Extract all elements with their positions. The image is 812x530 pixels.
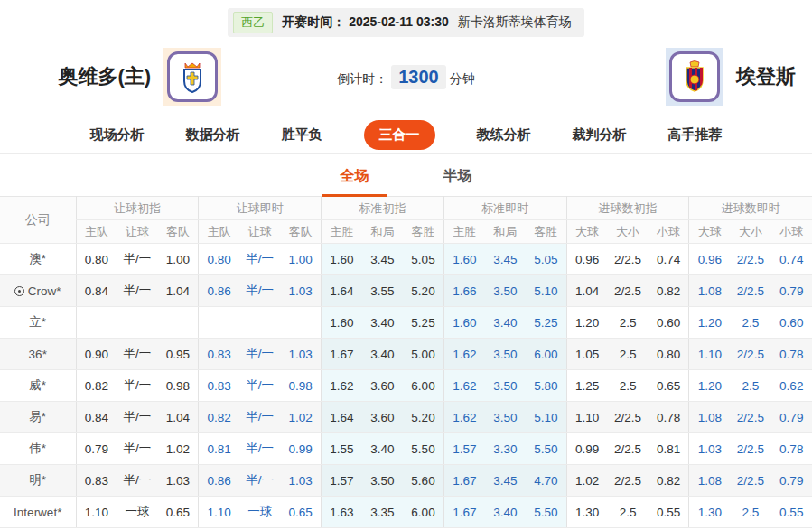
odds-cell: 1.10 bbox=[689, 339, 730, 370]
group-header-进球数即时: 进球数即时 bbox=[689, 197, 812, 220]
odds-cell: 0.98 bbox=[158, 370, 199, 402]
odds-cell: 半/一 bbox=[117, 465, 157, 497]
sub-header-进球数即时-大球: 大球 bbox=[689, 220, 730, 244]
odds-cell: 3.35 bbox=[362, 497, 403, 528]
odds-cell: 2/2.5 bbox=[730, 402, 770, 433]
odds-cell: 5.05 bbox=[403, 244, 443, 275]
odds-cell: 1.08 bbox=[689, 275, 730, 307]
odds-cell: 2/2.5 bbox=[607, 465, 648, 497]
odds-cell: 0.95 bbox=[158, 339, 199, 370]
odds-cell: 1.63 bbox=[322, 497, 362, 528]
odds-cell: 5.25 bbox=[403, 307, 443, 339]
away-team-name: 埃登斯 bbox=[736, 63, 796, 90]
tab-0-现场分析[interactable]: 现场分析 bbox=[90, 126, 145, 144]
odds-cell: 2.5 bbox=[730, 370, 770, 402]
odds-cell: 5.05 bbox=[526, 244, 566, 275]
odds-cell: 半/一 bbox=[117, 339, 157, 370]
odds-cell: 1.60 bbox=[443, 307, 484, 339]
odds-cell: 0.83 bbox=[199, 370, 239, 402]
odds-cell: 5.25 bbox=[526, 307, 566, 339]
odds-cell: 1.64 bbox=[322, 275, 362, 307]
odds-cell: 一球 bbox=[239, 497, 280, 528]
odds-cell: 0.74 bbox=[649, 244, 689, 275]
match-header: 奥维多(主) 倒计时：1300分钟 埃 bbox=[0, 37, 812, 116]
odds-cell: 5.10 bbox=[526, 275, 566, 307]
company-cell: 威* bbox=[0, 370, 76, 402]
odds-cell: 半/一 bbox=[239, 370, 280, 402]
odds-cell: 0.82 bbox=[649, 465, 689, 497]
odds-cell: 1.25 bbox=[566, 370, 607, 402]
odds-cell: 0.79 bbox=[771, 402, 812, 433]
subtab-半场[interactable]: 半场 bbox=[438, 158, 478, 193]
odds-cell bbox=[117, 307, 157, 339]
odds-cell: 1.02 bbox=[280, 402, 321, 433]
tab-5-裁判分析[interactable]: 裁判分析 bbox=[573, 126, 627, 144]
odds-cell: 2/2.5 bbox=[607, 275, 648, 307]
away-crest-icon bbox=[669, 51, 720, 102]
odds-cell: 0.80 bbox=[76, 244, 117, 275]
odds-cell: 半/一 bbox=[117, 370, 157, 402]
countdown-value: 1300 bbox=[391, 65, 446, 89]
company-cell: Interwet* bbox=[0, 497, 76, 528]
odds-cell: 1.20 bbox=[689, 307, 730, 339]
kickoff-label: 开赛时间： bbox=[282, 14, 345, 29]
odds-cell: 1.02 bbox=[566, 465, 607, 497]
odds-cell: 3.40 bbox=[485, 307, 526, 339]
odds-cell bbox=[199, 307, 239, 339]
odds-cell: 0.86 bbox=[199, 275, 239, 307]
odds-cell: 3.45 bbox=[485, 465, 526, 497]
tab-3-三合一[interactable]: 三合一 bbox=[364, 120, 435, 150]
group-header-标准即时: 标准即时 bbox=[443, 197, 566, 220]
odds-cell: 1.30 bbox=[689, 497, 730, 528]
countdown-unit: 分钟 bbox=[450, 71, 475, 86]
odds-cell: 2.5 bbox=[730, 497, 770, 528]
odds-cell: 0.74 bbox=[771, 244, 812, 275]
odds-cell: 0.65 bbox=[649, 370, 689, 402]
odds-cell: 1.67 bbox=[443, 465, 484, 497]
home-team-name: 奥维多(主) bbox=[58, 63, 151, 90]
odds-cell: 5.00 bbox=[403, 339, 443, 370]
odds-cell: 2.5 bbox=[607, 497, 648, 528]
odds-cell: 0.55 bbox=[649, 497, 689, 528]
odds-cell: 2.5 bbox=[607, 370, 648, 402]
odds-cell: 3.50 bbox=[485, 339, 526, 370]
sub-header-让球即时-让球: 让球 bbox=[239, 220, 280, 244]
company-cell: 澳* bbox=[0, 244, 76, 275]
tab-6-高手推荐[interactable]: 高手推荐 bbox=[668, 126, 723, 144]
subtab-全场[interactable]: 全场 bbox=[335, 158, 375, 193]
odds-cell: 0.78 bbox=[771, 339, 812, 370]
odds-cell: 2.5 bbox=[607, 307, 648, 339]
odds-cell bbox=[239, 307, 280, 339]
odds-cell: 一球 bbox=[117, 497, 157, 528]
odds-cell: 1.04 bbox=[158, 402, 199, 433]
odds-cell: 1.08 bbox=[689, 402, 730, 433]
odds-cell: 0.62 bbox=[771, 370, 812, 402]
odds-cell: 1.02 bbox=[158, 433, 199, 465]
sub-header-让球即时-主队: 主队 bbox=[199, 220, 239, 244]
odds-cell: 5.50 bbox=[526, 497, 566, 528]
odds-cell: 0.80 bbox=[649, 339, 689, 370]
group-header-让球即时: 让球即时 bbox=[199, 197, 322, 220]
odds-table-body: 澳*0.80半/一1.000.80半/一1.001.603.455.051.60… bbox=[0, 244, 812, 528]
odds-cell: 3.30 bbox=[485, 433, 526, 465]
odds-cell: 1.67 bbox=[443, 497, 484, 528]
odds-cell: 2/2.5 bbox=[607, 433, 648, 465]
odds-cell: 半/一 bbox=[239, 244, 280, 275]
tab-1-数据分析[interactable]: 数据分析 bbox=[186, 126, 240, 144]
odds-cell: 1.05 bbox=[566, 339, 607, 370]
odds-cell: 1.03 bbox=[280, 465, 321, 497]
odds-cell: 半/一 bbox=[239, 339, 280, 370]
odds-cell: 0.83 bbox=[199, 339, 239, 370]
odds-cell: 1.57 bbox=[443, 433, 484, 465]
odds-cell: 1.62 bbox=[322, 370, 362, 402]
odds-cell: 1.60 bbox=[443, 244, 484, 275]
sub-header-标准即时-客胜: 客胜 bbox=[526, 220, 566, 244]
sub-header-让球初指-让球: 让球 bbox=[117, 220, 157, 244]
odds-cell: 0.81 bbox=[649, 433, 689, 465]
odds-cell: 1.10 bbox=[199, 497, 239, 528]
tab-2-胜平负[interactable]: 胜平负 bbox=[282, 126, 322, 144]
odds-cell: 1.64 bbox=[322, 402, 362, 433]
tab-4-教练分析[interactable]: 教练分析 bbox=[477, 126, 531, 144]
odds-cell: 6.00 bbox=[403, 370, 443, 402]
sub-header-标准初指-和局: 和局 bbox=[362, 220, 403, 244]
